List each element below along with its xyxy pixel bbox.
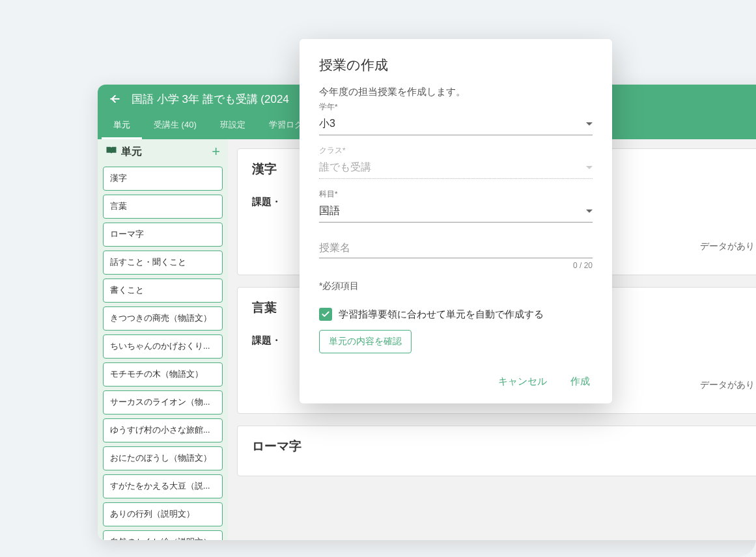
class-select: 誰でも受講 [319,158,593,179]
unit-item[interactable]: きつつきの商売（物語文） [103,306,223,331]
back-arrow-icon[interactable] [107,91,122,107]
chevron-down-icon [586,166,593,169]
tab-units[interactable]: 単元 [102,113,142,139]
create-class-modal: 授業の作成 今年度の担当授業を作成します。 学年* 小3 クラス* 誰でも受講 … [300,39,612,403]
unit-item[interactable]: ゆうすげ村の小さな旅館... [103,418,223,442]
unit-item[interactable]: おにたのぼうし（物語文） [103,446,223,470]
create-button[interactable]: 作成 [568,372,593,392]
add-unit-button[interactable]: + [212,144,220,159]
grade-label: 学年* [319,102,593,112]
unit-item[interactable]: ちいちゃんのかげおくり... [103,334,223,359]
subject-label: 科目* [319,189,593,199]
unit-item[interactable]: 言葉 [103,195,223,219]
char-counter: 0 / 20 [319,261,593,270]
page-title: 国語 小学 3年 誰でも受講 (2024 [132,92,289,107]
class-value: 誰でも受講 [319,161,371,174]
unit-item[interactable]: モチモチの木（物語文） [103,362,223,387]
unit-item[interactable]: 書くこと [103,278,223,303]
unit-item[interactable]: 話すこと・聞くこと [103,251,223,275]
auto-units-checkbox[interactable] [319,308,332,321]
modal-title: 授業の作成 [319,56,593,74]
unit-item[interactable]: ありの行列（説明文） [103,502,223,526]
sidebar: 単元 + 漢字 言葉 ローマ字 話すこと・聞くこと 書くこと きつつきの商売（物… [98,139,228,540]
modal-subtitle: 今年度の担当授業を作成します。 [319,86,593,98]
subject-value: 国語 [319,204,340,218]
card-title: ローマ字 [252,438,756,455]
unit-card: ローマ字 [237,426,756,476]
sidebar-title: 単元 [121,145,142,159]
chevron-down-icon [586,122,593,126]
chevron-down-icon [586,210,593,213]
unit-item[interactable]: 自然のかくし絵（説明文） [103,530,223,540]
tab-students[interactable]: 受講生 (40) [142,113,208,139]
unit-item[interactable]: すがたをかえる大豆（説... [103,474,223,498]
grade-select[interactable]: 小3 [319,115,593,135]
class-label: クラス* [319,146,593,156]
unit-item[interactable]: 漢字 [103,167,223,191]
class-name-input[interactable] [319,238,593,258]
confirm-units-button[interactable]: 単元の内容を確認 [319,330,412,353]
tab-groups[interactable]: 班設定 [208,113,257,139]
book-icon [105,145,117,158]
unit-item[interactable]: サーカスのライオン（物... [103,390,223,414]
required-note: *必須項目 [319,280,593,292]
unit-item[interactable]: ローマ字 [103,223,223,247]
unit-list: 漢字 言葉 ローマ字 話すこと・聞くこと 書くこと きつつきの商売（物語文） ち… [98,164,228,540]
cancel-button[interactable]: キャンセル [496,372,550,392]
auto-units-label: 学習指導要領に合わせて単元を自動で作成する [339,308,544,321]
subject-select[interactable]: 国語 [319,202,593,223]
grade-value: 小3 [319,117,335,131]
